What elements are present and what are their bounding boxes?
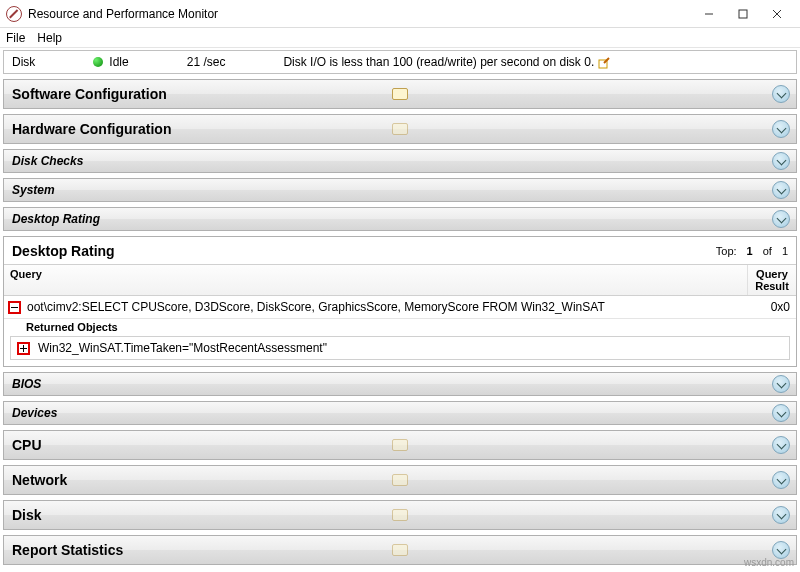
section-system[interactable]: System [3, 178, 797, 202]
status-rate: 21 /sec [187, 55, 226, 69]
section-report-statistics[interactable]: Report Statistics [3, 535, 797, 565]
returned-objects-label: Returned Objects [26, 319, 796, 334]
expand-toggle-icon[interactable] [17, 342, 30, 355]
menu-help[interactable]: Help [37, 31, 62, 45]
returned-object-row: Win32_WinSAT.TimeTaken="MostRecentAssess… [10, 336, 790, 360]
expand-icon[interactable] [772, 436, 790, 454]
menu-file[interactable]: File [6, 31, 25, 45]
desktop-rating-header: Desktop Rating Top: 1 of 1 [4, 237, 796, 265]
expand-icon[interactable] [772, 120, 790, 138]
of-label: of [763, 245, 772, 257]
section-label: Disk Checks [12, 154, 83, 168]
section-desktop-rating-collapsed[interactable]: Desktop Rating [3, 207, 797, 231]
expand-icon[interactable] [772, 152, 790, 170]
edit-icon[interactable] [598, 57, 610, 69]
expand-icon[interactable] [772, 85, 790, 103]
title-bar: Resource and Performance Monitor [0, 0, 800, 28]
section-label: BIOS [12, 377, 41, 391]
section-label: Hardware Configuration [12, 121, 171, 137]
desktop-rating-panel: Desktop Rating Top: 1 of 1 Query Query R… [3, 236, 797, 367]
expand-icon[interactable] [772, 181, 790, 199]
status-description: Disk I/O is less than 100 (read/write) p… [283, 55, 788, 69]
section-disk-checks[interactable]: Disk Checks [3, 149, 797, 173]
status-state-cell: Idle [93, 55, 128, 69]
of-value: 1 [782, 245, 788, 257]
section-label: Network [12, 472, 67, 488]
section-disk[interactable]: Disk [3, 500, 797, 530]
section-cpu[interactable]: CPU [3, 430, 797, 460]
collapse-toggle-icon[interactable] [8, 301, 21, 314]
note-icon [392, 544, 408, 556]
note-icon [392, 439, 408, 451]
maximize-button[interactable] [726, 3, 760, 25]
col-query-result: Query Result [748, 265, 796, 295]
close-button[interactable] [760, 3, 794, 25]
disk-status-row: Disk Idle 21 /sec Disk I/O is less than … [3, 50, 797, 74]
section-hardware-configuration[interactable]: Hardware Configuration [3, 114, 797, 144]
expand-icon[interactable] [772, 404, 790, 422]
content-area: Disk Idle 21 /sec Disk I/O is less than … [0, 48, 800, 565]
status-state: Idle [109, 55, 128, 69]
status-col-disk: Disk [12, 55, 35, 69]
expand-icon[interactable] [772, 210, 790, 228]
section-label: Devices [12, 406, 57, 420]
section-label: System [12, 183, 55, 197]
top-value: 1 [747, 245, 753, 257]
app-icon [6, 6, 22, 22]
expand-icon[interactable] [772, 506, 790, 524]
returned-object-text: Win32_WinSAT.TimeTaken="MostRecentAssess… [38, 341, 327, 355]
watermark: wsxdn.com [744, 557, 794, 568]
window-title: Resource and Performance Monitor [28, 7, 692, 21]
section-label: CPU [12, 437, 42, 453]
svg-rect-1 [739, 10, 747, 18]
note-icon [392, 123, 408, 135]
query-result-value: 0x0 [748, 300, 796, 314]
query-text: oot\cimv2:SELECT CPUScore, D3DScore, Dis… [27, 300, 605, 314]
menu-bar: File Help [0, 28, 800, 48]
col-query: Query [4, 265, 748, 295]
note-icon [392, 88, 408, 100]
section-devices[interactable]: Devices [3, 401, 797, 425]
section-label: Disk [12, 507, 42, 523]
minimize-button[interactable] [692, 3, 726, 25]
section-label: Software Configuration [12, 86, 167, 102]
query-grid-header: Query Query Result [4, 265, 796, 296]
window-controls [692, 3, 794, 25]
section-network[interactable]: Network [3, 465, 797, 495]
note-icon [392, 509, 408, 521]
section-label: Desktop Rating [12, 212, 100, 226]
query-row: oot\cimv2:SELECT CPUScore, D3DScore, Dis… [4, 296, 796, 319]
pagination-info: Top: 1 of 1 [716, 245, 788, 257]
section-software-configuration[interactable]: Software Configuration [3, 79, 797, 109]
panel-title: Desktop Rating [12, 243, 115, 259]
status-description-text: Disk I/O is less than 100 (read/write) p… [283, 55, 594, 69]
expand-icon[interactable] [772, 375, 790, 393]
note-icon [392, 474, 408, 486]
top-label: Top: [716, 245, 737, 257]
expand-icon[interactable] [772, 471, 790, 489]
section-label: Report Statistics [12, 542, 123, 558]
section-bios[interactable]: BIOS [3, 372, 797, 396]
status-led-icon [93, 57, 103, 67]
